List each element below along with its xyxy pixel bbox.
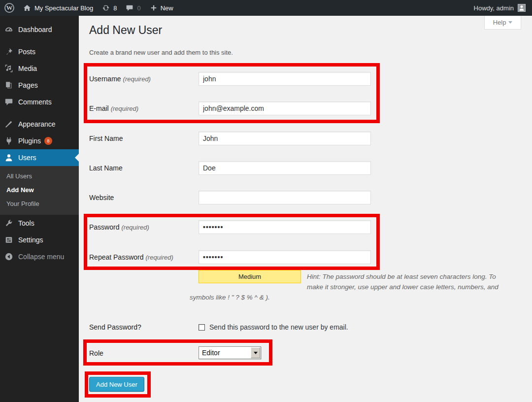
last-name-row: Last Name bbox=[89, 161, 532, 175]
send-password-checkbox[interactable] bbox=[199, 324, 205, 331]
password-hint: Hint: The password should be at least se… bbox=[190, 271, 509, 302]
wrench-icon bbox=[4, 219, 13, 228]
username-input[interactable] bbox=[199, 72, 371, 86]
howdy-label[interactable]: Howdy, admin bbox=[474, 4, 514, 12]
website-input[interactable] bbox=[199, 191, 371, 204]
send-password-label: Send Password? bbox=[89, 320, 141, 334]
sidebar-item-label: Settings bbox=[18, 236, 43, 244]
plugins-update-badge: 8 bbox=[44, 137, 52, 145]
media-icon bbox=[4, 64, 13, 73]
comment-bubble-icon bbox=[126, 4, 133, 12]
submenu-item-your-profile[interactable]: Your Profile bbox=[0, 197, 79, 211]
dropdown-arrow-icon bbox=[254, 352, 258, 354]
sidebar-item-pages[interactable]: Pages bbox=[0, 77, 79, 94]
submenu-item-add-new[interactable]: Add New bbox=[0, 183, 79, 197]
sidebar-item-dashboard[interactable]: Dashboard bbox=[0, 21, 79, 38]
submenu-item-all-users[interactable]: All Users bbox=[0, 169, 79, 183]
first-name-input[interactable] bbox=[199, 132, 371, 145]
role-label: Role bbox=[89, 346, 103, 360]
help-tab-button[interactable]: Help bbox=[484, 16, 521, 30]
sidebar-item-label: Users bbox=[18, 154, 36, 162]
repeat-password-label: Repeat Password(required) bbox=[89, 250, 173, 264]
current-menu-arrow-icon bbox=[75, 154, 79, 162]
role-select[interactable]: Editor bbox=[199, 346, 261, 359]
send-password-row: Send Password? Send this password to the… bbox=[89, 320, 532, 334]
sidebar-item-label: Dashboard bbox=[18, 26, 52, 34]
page-description: Create a brand new user and add them to … bbox=[89, 49, 233, 56]
paintbrush-icon bbox=[4, 120, 13, 129]
username-row: Username(required) bbox=[89, 72, 532, 86]
admin-bar-right: Howdy, admin bbox=[474, 0, 532, 16]
settings-icon bbox=[4, 235, 13, 244]
update-count: 8 bbox=[113, 4, 117, 12]
chevron-down-icon bbox=[508, 21, 512, 24]
wordpress-logo-menu[interactable]: W bbox=[0, 0, 19, 16]
username-label: Username(required) bbox=[89, 72, 151, 86]
repeat-password-input[interactable] bbox=[199, 250, 371, 264]
sidebar-item-appearance[interactable]: Appearance bbox=[0, 116, 79, 133]
new-label: New bbox=[161, 4, 173, 12]
sidebar-item-media[interactable]: Media bbox=[0, 60, 79, 77]
comments-link[interactable]: 0 bbox=[121, 0, 145, 16]
new-content-menu[interactable]: New bbox=[145, 0, 178, 16]
add-new-user-button[interactable]: Add New User bbox=[89, 377, 144, 392]
password-row: Password(required) bbox=[89, 220, 532, 234]
home-icon bbox=[23, 4, 31, 12]
website-label: Website bbox=[89, 191, 114, 204]
sidebar-item-label: Pages bbox=[18, 81, 38, 89]
users-icon bbox=[4, 153, 13, 162]
avatar[interactable] bbox=[518, 4, 526, 12]
sidebar-item-users[interactable]: Users bbox=[0, 149, 79, 166]
pushpin-icon bbox=[4, 47, 13, 56]
sidebar-item-label: Collapse menu bbox=[18, 253, 64, 261]
admin-bar-left: W My Spectacular Blog 8 0 New bbox=[0, 0, 178, 16]
email-row: E-mail(required) bbox=[89, 101, 532, 115]
plugin-icon bbox=[4, 136, 13, 145]
comments-icon bbox=[4, 98, 13, 106]
password-input[interactable] bbox=[199, 220, 371, 234]
sidebar-item-label: Plugins bbox=[18, 137, 41, 145]
first-name-row: First Name bbox=[89, 132, 532, 145]
sidebar-item-label: Appearance bbox=[18, 120, 56, 128]
sidebar-item-label: Posts bbox=[18, 48, 35, 56]
wordpress-logo-icon: W bbox=[4, 3, 14, 13]
admin-bar: W My Spectacular Blog 8 0 New bbox=[0, 0, 532, 16]
role-selected-value: Editor bbox=[199, 349, 251, 357]
sidebar-item-settings[interactable]: Settings bbox=[0, 232, 79, 248]
sidebar-item-posts[interactable]: Posts bbox=[0, 43, 79, 60]
collapse-menu-button[interactable]: Collapse menu bbox=[0, 248, 79, 265]
last-name-input[interactable] bbox=[199, 161, 371, 175]
main-content: Help Add New User Create a brand new use… bbox=[79, 16, 532, 402]
send-password-description: Send this password to the new user by em… bbox=[209, 323, 348, 331]
sidebar-item-comments[interactable]: Comments bbox=[0, 94, 79, 110]
site-name-label: My Spectacular Blog bbox=[34, 4, 93, 12]
sidebar-item-label: Comments bbox=[18, 98, 52, 106]
hint-spacer bbox=[190, 271, 307, 292]
comment-count: 0 bbox=[137, 4, 140, 12]
website-row: Website bbox=[89, 191, 532, 204]
last-name-label: Last Name bbox=[89, 161, 123, 175]
collapse-arrow-icon bbox=[4, 252, 13, 261]
first-name-label: First Name bbox=[89, 132, 123, 145]
email-input[interactable] bbox=[199, 101, 371, 115]
repeat-password-row: Repeat Password(required) bbox=[89, 250, 532, 264]
email-label: E-mail(required) bbox=[89, 101, 138, 115]
dropdown-button[interactable] bbox=[251, 347, 260, 358]
admin-sidebar: Dashboard Posts Media Pages Comments App… bbox=[0, 16, 79, 402]
page-title: Add New User bbox=[89, 24, 162, 37]
role-row: Role Editor bbox=[89, 346, 532, 360]
sidebar-item-plugins[interactable]: Plugins 8 bbox=[0, 133, 79, 149]
site-name-link[interactable]: My Spectacular Blog bbox=[19, 0, 98, 16]
dashboard-icon bbox=[4, 25, 13, 34]
plus-icon bbox=[150, 4, 158, 12]
pages-icon bbox=[4, 81, 13, 90]
password-label: Password(required) bbox=[89, 220, 149, 234]
help-label: Help bbox=[493, 19, 506, 26]
updates-link[interactable]: 8 bbox=[98, 0, 121, 16]
users-submenu: All Users Add New Your Profile bbox=[0, 166, 79, 215]
sidebar-item-label: Media bbox=[18, 65, 37, 72]
update-icon bbox=[102, 4, 110, 12]
sidebar-item-tools[interactable]: Tools bbox=[0, 215, 79, 232]
sidebar-item-label: Tools bbox=[18, 219, 34, 227]
